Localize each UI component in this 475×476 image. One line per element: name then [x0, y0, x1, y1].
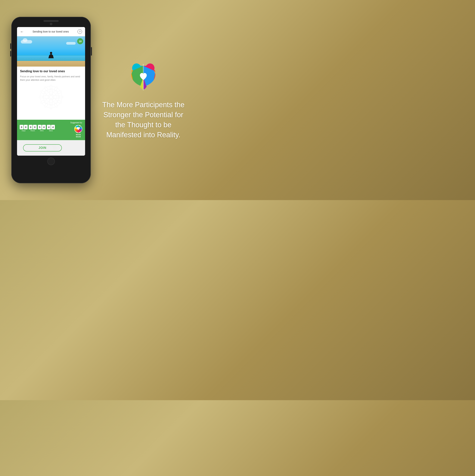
- timer-digit: 4: [47, 125, 51, 129]
- timer-digit: 4: [42, 125, 46, 129]
- content-description: Focus on your loved ones, family, friend…: [20, 75, 82, 82]
- join-area: JOIN: [17, 140, 85, 156]
- world-logo-svg: [74, 125, 83, 133]
- svg-point-28: [50, 142, 52, 146]
- timer-mins-label: Mins: [40, 130, 44, 132]
- cloud-decoration: [21, 40, 32, 44]
- svg-point-26: [46, 143, 56, 153]
- phone-body: ← Sending love to our loved ones ?: [11, 17, 91, 183]
- svg-point-2: [46, 92, 56, 102]
- timer-digit: 0: [20, 125, 23, 129]
- phone-device: ← Sending love to our loved ones ?: [11, 17, 91, 183]
- beach-area: [17, 61, 85, 67]
- counter-badge: 10: [77, 38, 83, 44]
- svg-point-32: [50, 150, 52, 153]
- timer-days: 0 0 Days: [20, 125, 28, 132]
- cloud-decoration-2: [66, 42, 76, 45]
- meditation-image: 10: [17, 36, 85, 67]
- screen-content: Sending love to our loved ones Focus on …: [17, 67, 85, 120]
- phone-screen: ← Sending love to our loved ones ?: [17, 27, 85, 156]
- volume-up-button: [10, 43, 11, 49]
- timer-blocks: 0 0 Days 0 0 Hours: [20, 125, 55, 132]
- right-section: The More Participents the Stronger the P…: [91, 60, 188, 140]
- svg-point-0: [50, 96, 52, 99]
- timer-secs: 4 4 Secs: [47, 125, 55, 132]
- suggested-by-section: WorldWorld: [74, 125, 83, 138]
- help-button[interactable]: ?: [78, 29, 82, 34]
- svg-point-33: [46, 149, 50, 153]
- person-silhouette: [48, 54, 54, 61]
- timer-hours-label: Hours: [31, 130, 35, 132]
- phone-speaker: [44, 20, 59, 22]
- meditation-bg: [17, 36, 85, 67]
- mandala-svg: [32, 85, 70, 109]
- tagline-text: The More Participents the Stronger the P…: [98, 100, 188, 140]
- join-mandala-watermark: [19, 142, 83, 153]
- person-body: [48, 54, 54, 61]
- svg-point-22: [39, 96, 44, 98]
- svg-point-13: [50, 85, 52, 90]
- screen-bottom-section: Suggested by: 0 0 Days: [17, 120, 85, 140]
- svg-point-29: [52, 143, 56, 147]
- content-title: Sending love to our loved ones: [20, 69, 82, 73]
- timer-digit: 4: [51, 125, 55, 129]
- timer-hours-digits: 0 0: [29, 125, 37, 129]
- svg-point-34: [45, 147, 49, 149]
- svg-point-31: [52, 149, 56, 153]
- svg-point-1: [48, 94, 54, 100]
- timer-digit: 0: [29, 125, 33, 129]
- world-logo: [74, 125, 83, 133]
- timer-section: 0 0 Days 0 0 Hours: [20, 125, 83, 138]
- volume-down-button: [10, 51, 11, 57]
- svg-point-35: [46, 143, 50, 147]
- timer-mins: 5 4 Mins: [38, 125, 46, 132]
- world-world-label: WorldWorld: [76, 134, 81, 138]
- timer-digit: 0: [33, 125, 37, 129]
- back-button[interactable]: ←: [20, 30, 24, 34]
- timer-mins-digits: 5 4: [38, 125, 46, 129]
- timer-secs-label: Secs: [49, 130, 53, 132]
- phone-home-button[interactable]: [47, 157, 55, 165]
- timer-digit: 5: [38, 125, 42, 129]
- svg-point-4: [40, 86, 62, 108]
- svg-point-30: [53, 147, 57, 149]
- screen-title: Sending love to our loved ones: [33, 30, 69, 33]
- timer-hours: 0 0 Hours: [29, 125, 37, 132]
- phone-camera: [50, 23, 52, 25]
- timer-days-digits: 0 0: [20, 125, 28, 129]
- timer-digit: 0: [24, 125, 28, 129]
- power-button: [91, 47, 92, 56]
- screen-header: ← Sending love to our loved ones ?: [17, 27, 85, 36]
- svg-point-27: [48, 144, 54, 151]
- suggested-label: Suggested by:: [20, 122, 83, 124]
- timer-days-label: Days: [22, 130, 26, 132]
- mandala-decoration: [20, 85, 82, 109]
- brain-logo: [124, 60, 162, 94]
- timer-secs-digits: 4 4: [47, 125, 55, 129]
- svg-point-16: [58, 96, 63, 98]
- svg-point-19: [50, 104, 52, 109]
- svg-point-3: [43, 89, 59, 105]
